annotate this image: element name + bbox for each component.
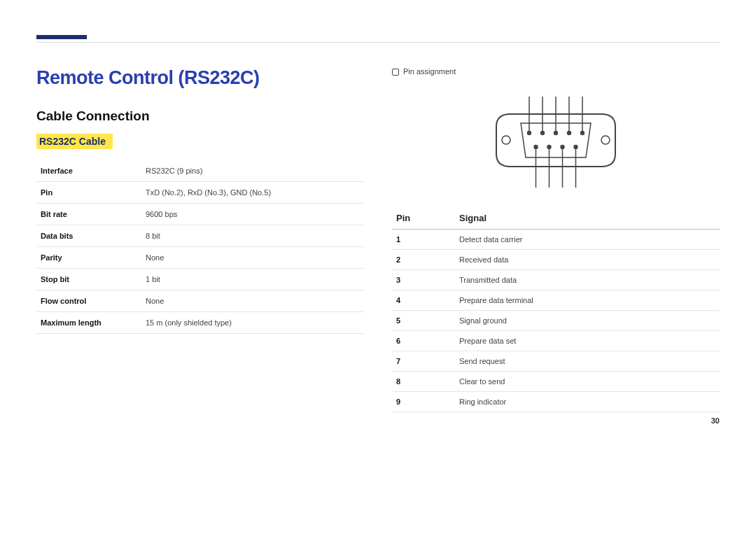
pin-signal: Prepare data terminal: [455, 290, 720, 311]
pin-number: 6: [392, 331, 455, 351]
spec-label: Data bits: [36, 225, 141, 247]
spec-row: Flow controlNone: [36, 290, 364, 312]
left-column: Remote Control (RS232C) Cable Connection…: [36, 67, 364, 412]
pin-number: 3: [392, 270, 455, 290]
pin-row: 9Ring indicator: [392, 392, 720, 412]
pin-signal: Prepare data set: [455, 331, 720, 351]
pin-signal: Clear to send: [455, 372, 720, 392]
right-column: Pin assignment: [392, 67, 720, 412]
pin-signal: Received data: [455, 250, 720, 270]
pin-signal: Ring indicator: [455, 392, 720, 412]
svg-point-0: [502, 136, 510, 144]
db9-connector-icon: [489, 83, 622, 195]
spec-value: RS232C (9 pins): [141, 160, 364, 182]
spec-value: None: [141, 290, 364, 312]
pin-row: 1Detect data carrier: [392, 230, 720, 250]
section-heading: Cable Connection: [36, 108, 364, 124]
spec-value: 8 bit: [141, 225, 364, 247]
content-columns: Remote Control (RS232C) Cable Connection…: [36, 67, 720, 412]
spec-label: Stop bit: [36, 269, 141, 290]
spec-label: Bit rate: [36, 204, 141, 225]
svg-point-1: [601, 136, 610, 144]
pin-row: 7Send request: [392, 351, 720, 372]
pin-row: 6Prepare data set: [392, 331, 720, 351]
spec-value: None: [141, 247, 364, 269]
spec-row: InterfaceRS232C (9 pins): [36, 160, 364, 182]
spec-label: Flow control: [36, 290, 141, 312]
spec-value: 15 m (only shielded type): [141, 312, 364, 334]
pin-row: 5Signal ground: [392, 311, 720, 331]
horizontal-rule: [36, 42, 720, 43]
pin-signal: Transmitted data: [455, 270, 720, 290]
pin-number: 2: [392, 250, 455, 270]
spec-label: Pin: [36, 182, 141, 204]
spec-row: Data bits8 bit: [36, 225, 364, 247]
spec-value: TxD (No.2), RxD (No.3), GND (No.5): [141, 182, 364, 204]
accent-bar: [36, 35, 87, 39]
spec-row: ParityNone: [36, 247, 364, 269]
pin-row: 8Clear to send: [392, 372, 720, 392]
pin-number: 9: [392, 392, 455, 412]
spec-table: InterfaceRS232C (9 pins) PinTxD (No.2), …: [36, 160, 364, 334]
spec-label: Interface: [36, 160, 141, 182]
spec-row: Stop bit1 bit: [36, 269, 364, 290]
pin-row: 2Received data: [392, 250, 720, 270]
spec-label: Parity: [36, 247, 141, 269]
page-header-rule: [36, 35, 720, 48]
pin-col-header: Pin: [392, 207, 455, 230]
pin-number: 5: [392, 311, 455, 331]
pin-number: 7: [392, 351, 455, 372]
pin-row: 3Transmitted data: [392, 270, 720, 290]
signal-col-header: Signal: [455, 207, 720, 230]
spec-row: Bit rate9600 bps: [36, 204, 364, 225]
pin-signal: Send request: [455, 351, 720, 372]
spec-value: 1 bit: [141, 269, 364, 290]
connector-diagram: [392, 83, 720, 195]
bullet-icon: [392, 69, 399, 76]
spec-row: Maximum length15 m (only shielded type): [36, 312, 364, 334]
subsection-heading: RS232C Cable: [36, 134, 113, 149]
document-page: Remote Control (RS232C) Cable Connection…: [0, 0, 756, 433]
page-number: 30: [711, 416, 720, 425]
spec-label: Maximum length: [36, 312, 141, 334]
page-title: Remote Control (RS232C): [36, 67, 364, 89]
spec-value: 9600 bps: [141, 204, 364, 225]
spec-row: PinTxD (No.2), RxD (No.3), GND (No.5): [36, 182, 364, 204]
pin-signal: Signal ground: [455, 311, 720, 331]
pin-assignment-label-line: Pin assignment: [392, 67, 720, 76]
pin-row: 4Prepare data terminal: [392, 290, 720, 311]
pin-number: 1: [392, 230, 455, 250]
pin-number: 8: [392, 372, 455, 392]
pin-assignment-label: Pin assignment: [403, 67, 456, 76]
pin-number: 4: [392, 290, 455, 311]
pin-signal-table: Pin Signal 1Detect data carrier 2Receive…: [392, 207, 720, 412]
pin-signal: Detect data carrier: [455, 230, 720, 250]
